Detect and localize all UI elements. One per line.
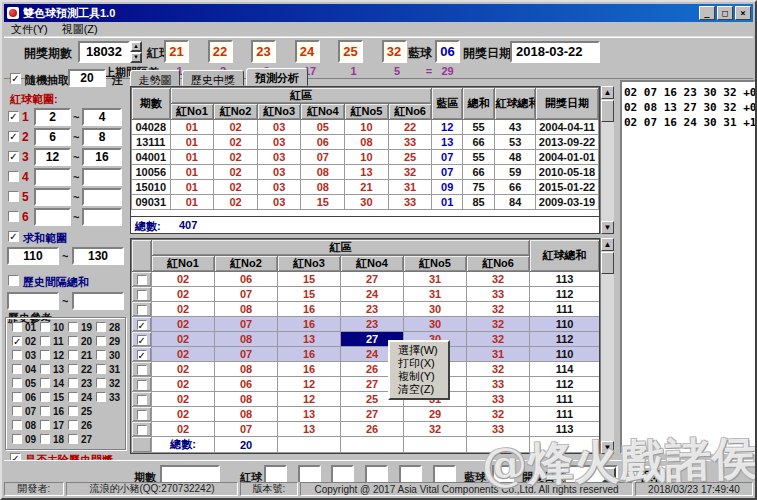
red-range-from-input[interactable] <box>34 208 71 226</box>
cell-select[interactable] <box>132 302 152 317</box>
red-range-to-input[interactable]: 4 <box>82 108 122 126</box>
red-range-from-input[interactable] <box>34 168 71 186</box>
menu-view[interactable]: 視圖(Z) <box>55 21 105 38</box>
tab-history-win[interactable]: 歷史中獎 <box>182 70 244 86</box>
close-button[interactable]: × <box>735 6 751 20</box>
history-ref-checkbox[interactable] <box>68 392 78 402</box>
red-range-from-input[interactable]: 6 <box>34 128 71 146</box>
history-ref-checkbox[interactable] <box>12 392 22 402</box>
history-ref-checkbox[interactable] <box>40 350 50 360</box>
menu-file[interactable]: 文件(Y) <box>4 21 55 38</box>
tab-prediction[interactable]: 預測分析 <box>246 68 308 86</box>
history-ref-checkbox[interactable] <box>40 392 50 402</box>
red-range-to-input[interactable] <box>82 188 122 206</box>
history-ref-checkbox[interactable] <box>12 322 22 332</box>
red-range-from-input[interactable]: 12 <box>34 148 71 166</box>
red-range-to-input[interactable]: 8 <box>82 128 122 146</box>
cell-select[interactable] <box>132 362 152 377</box>
sum-range-from-input[interactable]: 110 <box>7 247 59 265</box>
row-checkbox[interactable]: ✓ <box>137 350 147 360</box>
history-gap-to-input[interactable] <box>72 292 124 310</box>
cell-select[interactable] <box>132 407 152 422</box>
context-menu-print[interactable]: 打印(X) <box>390 357 448 370</box>
history-ref-checkbox[interactable] <box>40 420 50 430</box>
red-range-checkbox[interactable] <box>8 171 19 182</box>
history-ref-checkbox[interactable] <box>68 420 78 430</box>
random-pick-checkbox[interactable]: ✓ <box>10 73 21 84</box>
context-menu-clear[interactable]: 清空(Z) <box>390 383 448 396</box>
history-ref-checkbox[interactable] <box>12 364 22 374</box>
history-ref-checkbox[interactable] <box>12 406 22 416</box>
history-ref-checkbox[interactable] <box>40 364 50 374</box>
cell-select[interactable] <box>132 287 152 302</box>
history-ref-checkbox[interactable]: ✓ <box>12 336 22 346</box>
history-ref-checkbox[interactable] <box>96 350 106 360</box>
maximize-button[interactable]: □ <box>717 6 733 20</box>
history-ref-checkbox[interactable] <box>12 378 22 388</box>
cell-select[interactable] <box>132 422 152 437</box>
history-ref-checkbox[interactable] <box>96 322 106 332</box>
history-ref-checkbox[interactable] <box>96 336 106 346</box>
history-gap-checkbox[interactable] <box>8 275 19 286</box>
red-range-to-input[interactable] <box>82 168 122 186</box>
result-listbox[interactable]: 02 07 16 23 30 32 +0302 08 13 27 30 32 +… <box>620 80 756 454</box>
history-ref-checkbox[interactable] <box>40 322 50 332</box>
chevron-down-icon[interactable]: ▼ <box>602 467 616 482</box>
random-count-input[interactable]: 20 <box>68 69 106 87</box>
row-checkbox[interactable] <box>137 365 147 375</box>
history-ref-checkbox[interactable] <box>96 392 106 402</box>
tab-trend-chart[interactable]: 走勢圖 <box>130 70 180 86</box>
row-checkbox[interactable] <box>137 305 147 315</box>
red-range-from-input[interactable]: 2 <box>34 108 71 126</box>
history-table-scrollbar[interactable]: ▲ ▼ <box>600 86 614 234</box>
red-range-checkbox[interactable]: ✓ <box>8 111 19 122</box>
row-checkbox[interactable] <box>137 410 147 420</box>
history-ref-checkbox[interactable] <box>96 378 106 388</box>
history-ref-checkbox[interactable] <box>12 434 22 444</box>
history-ref-checkbox[interactable] <box>40 336 50 346</box>
red-range-checkbox[interactable]: ✓ <box>8 151 19 162</box>
row-checkbox[interactable] <box>137 290 147 300</box>
sum-range-checkbox[interactable]: ✓ <box>8 231 19 242</box>
row-checkbox[interactable] <box>137 380 147 390</box>
history-ref-checkbox[interactable] <box>68 322 78 332</box>
red-range-to-input[interactable] <box>82 208 122 226</box>
sum-range-to-input[interactable]: 130 <box>72 247 124 265</box>
minimize-button[interactable]: _ <box>699 6 715 20</box>
red-range-to-input[interactable]: 16 <box>82 148 122 166</box>
red-range-checkbox[interactable] <box>8 191 19 202</box>
history-ref-checkbox[interactable] <box>68 350 78 360</box>
history-ref-checkbox[interactable] <box>68 378 78 388</box>
cell-select[interactable] <box>132 392 152 407</box>
prediction-table-scrollbar[interactable]: ▲ ▼ <box>600 238 614 454</box>
history-ref-checkbox[interactable] <box>12 350 22 360</box>
history-ref-checkbox[interactable] <box>96 364 106 374</box>
cell-select[interactable]: ✓ <box>132 332 152 347</box>
row-checkbox[interactable] <box>137 425 147 435</box>
cell-select[interactable] <box>132 377 152 392</box>
period-spinner[interactable]: ▲ ▼ <box>130 41 142 63</box>
red-range-checkbox[interactable]: ✓ <box>8 131 19 142</box>
history-ref-checkbox[interactable] <box>40 434 50 444</box>
history-ref-checkbox[interactable] <box>68 336 78 346</box>
cell-select[interactable]: ✓ <box>132 317 152 332</box>
history-gap-from-input[interactable] <box>7 292 59 310</box>
row-checkbox[interactable] <box>137 275 147 285</box>
row-checkbox[interactable]: ✓ <box>137 320 147 330</box>
history-ref-checkbox[interactable] <box>40 378 50 388</box>
draw-date-input[interactable]: 2018-03-22 <box>510 41 600 63</box>
period-input[interactable]: 18032 <box>78 41 130 63</box>
history-ref-checkbox[interactable] <box>68 364 78 374</box>
cell-select[interactable] <box>132 272 152 287</box>
history-ref-checkbox[interactable] <box>68 406 78 416</box>
red-range-from-input[interactable] <box>34 188 71 206</box>
history-ref-checkbox[interactable] <box>12 420 22 430</box>
context-menu-copy[interactable]: 複制(Y) <box>390 370 448 383</box>
context-menu-select[interactable]: 選擇(W) <box>390 344 448 357</box>
history-ref-checkbox[interactable] <box>40 406 50 416</box>
history-ref-checkbox[interactable] <box>68 434 78 444</box>
red-range-checkbox[interactable] <box>8 211 19 222</box>
row-checkbox[interactable] <box>137 395 147 405</box>
row-checkbox[interactable]: ✓ <box>137 335 147 345</box>
cell-select[interactable]: ✓ <box>132 347 152 362</box>
